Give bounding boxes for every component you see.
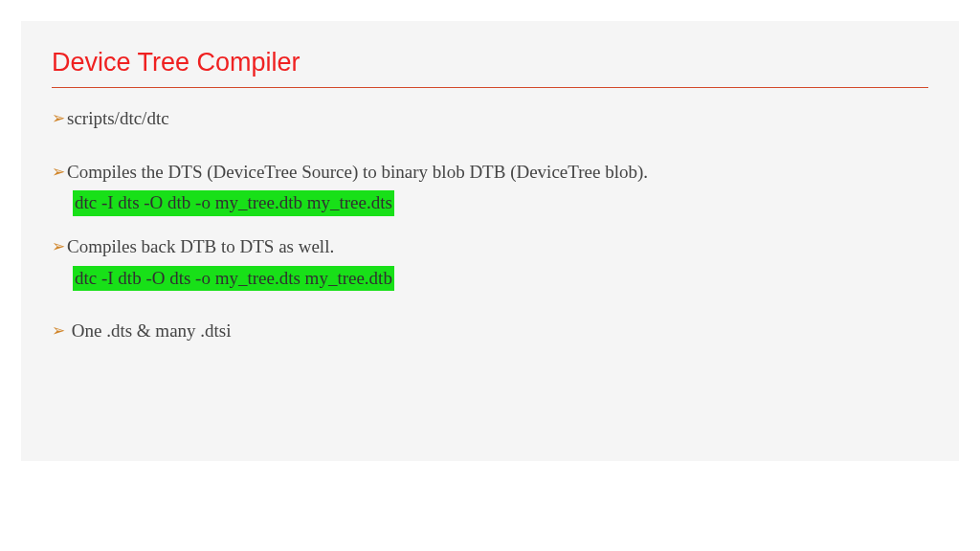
command-snippet: dtc -I dtb -O dts -o my_tree.dts my_tree… [73, 266, 394, 292]
chevron-right-icon: ➢ [52, 321, 65, 340]
bullet-line: ➢Compiles back DTB to DTS as well. [52, 233, 928, 260]
bullet-item: ➢ One .dts & many .dtsi [52, 318, 928, 344]
slide-title: Device Tree Compiler [52, 48, 928, 77]
bullet-line: ➢scripts/dtc/dtc [52, 105, 928, 132]
bullet-item: ➢Compiles the DTS (DeviceTree Source) to… [52, 159, 928, 216]
bullet-item: ➢scripts/dtc/dtc [52, 105, 928, 132]
bullet-item: ➢Compiles back DTB to DTS as well. dtc -… [52, 233, 928, 291]
bullet-text: One .dts & many .dtsi [67, 320, 232, 341]
bullet-text: scripts/dtc/dtc [67, 108, 169, 128]
bullet-text: Compiles the DTS (DeviceTree Source) to … [67, 162, 648, 182]
command-snippet: dtc -I dts -O dtb -o my_tree.dtb my_tree… [73, 190, 394, 216]
bullet-text: Compiles back DTB to DTS as well. [67, 236, 334, 256]
chevron-right-icon: ➢ [52, 237, 65, 255]
chevron-right-icon: ➢ [52, 109, 65, 127]
bullet-line: ➢Compiles the DTS (DeviceTree Source) to… [52, 159, 928, 186]
title-underline [52, 87, 928, 88]
chevron-right-icon: ➢ [52, 163, 65, 181]
slide: Device Tree Compiler ➢scripts/dtc/dtc ➢C… [21, 21, 959, 461]
bullet-line: ➢ One .dts & many .dtsi [52, 318, 928, 344]
